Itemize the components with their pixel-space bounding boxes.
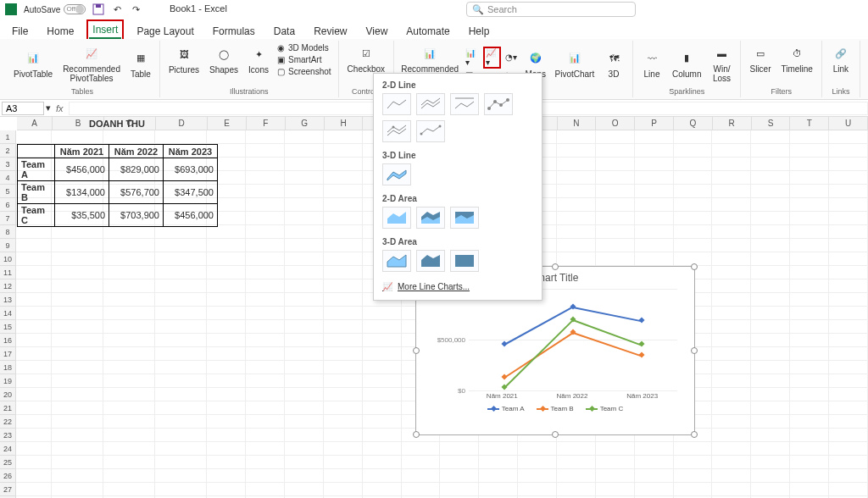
cell[interactable] bbox=[103, 320, 155, 334]
cell[interactable] bbox=[103, 252, 155, 266]
cell[interactable] bbox=[596, 130, 635, 144]
cell[interactable] bbox=[246, 198, 285, 212]
cell[interactable] bbox=[596, 158, 635, 171]
cell[interactable] bbox=[363, 388, 402, 401]
resize-handle[interactable] bbox=[691, 347, 698, 354]
cell[interactable] bbox=[155, 442, 207, 456]
cell[interactable] bbox=[16, 401, 52, 415]
cell[interactable] bbox=[751, 252, 790, 266]
cell[interactable] bbox=[324, 442, 363, 456]
cell[interactable] bbox=[557, 456, 596, 469]
cell[interactable] bbox=[246, 415, 285, 429]
cell[interactable] bbox=[103, 293, 155, 307]
cell[interactable] bbox=[285, 456, 324, 469]
cell[interactable] bbox=[557, 171, 596, 185]
cell[interactable] bbox=[155, 266, 207, 279]
cell[interactable] bbox=[285, 279, 324, 293]
cell[interactable] bbox=[52, 334, 103, 347]
cell[interactable] bbox=[324, 279, 363, 293]
cell[interactable] bbox=[712, 415, 751, 429]
cell[interactable] bbox=[829, 130, 868, 144]
cell[interactable] bbox=[829, 225, 868, 239]
cell[interactable] bbox=[751, 198, 790, 212]
cell[interactable] bbox=[16, 456, 52, 469]
table-button[interactable]: ▦Table bbox=[127, 47, 154, 80]
cell[interactable] bbox=[207, 415, 246, 429]
more-line-charts-link[interactable]: 📈 More Line Charts... bbox=[374, 279, 542, 295]
cell[interactable] bbox=[790, 374, 829, 388]
cell[interactable] bbox=[790, 320, 829, 334]
row-header[interactable]: 9 bbox=[0, 239, 16, 252]
cell[interactable] bbox=[751, 144, 790, 158]
cell[interactable] bbox=[790, 185, 829, 198]
resize-handle[interactable] bbox=[413, 431, 420, 438]
cell[interactable] bbox=[155, 361, 207, 374]
cell[interactable] bbox=[155, 279, 207, 293]
cell[interactable] bbox=[246, 225, 285, 239]
cell[interactable] bbox=[246, 374, 285, 388]
cell[interactable] bbox=[712, 212, 751, 225]
row-header[interactable]: 23 bbox=[0, 429, 16, 442]
cell[interactable] bbox=[674, 130, 713, 144]
cell[interactable] bbox=[596, 171, 635, 185]
cell[interactable] bbox=[596, 144, 635, 158]
cell[interactable] bbox=[155, 388, 207, 401]
cell[interactable] bbox=[712, 266, 751, 279]
cell[interactable] bbox=[440, 442, 479, 456]
row-header[interactable]: 7 bbox=[0, 212, 16, 225]
row-header[interactable]: 13 bbox=[0, 293, 16, 307]
row-header[interactable]: 24 bbox=[0, 442, 16, 456]
cell[interactable] bbox=[751, 374, 790, 388]
resize-handle[interactable] bbox=[691, 263, 698, 270]
column-chart-button[interactable]: 📊▾ bbox=[464, 47, 480, 68]
cell[interactable] bbox=[324, 401, 363, 415]
line-basic-icon[interactable] bbox=[382, 93, 411, 115]
timeline-button[interactable]: ⏱Timeline bbox=[778, 42, 816, 75]
cell[interactable] bbox=[324, 374, 363, 388]
cell[interactable] bbox=[246, 279, 285, 293]
cell[interactable] bbox=[557, 469, 596, 483]
cell[interactable] bbox=[103, 456, 155, 469]
cell[interactable] bbox=[246, 334, 285, 347]
row-header[interactable]: 3 bbox=[0, 158, 16, 171]
cell[interactable] bbox=[712, 144, 751, 158]
cell[interactable] bbox=[246, 483, 285, 496]
column-header[interactable]: O bbox=[596, 117, 635, 130]
cell[interactable] bbox=[751, 442, 790, 456]
cell[interactable] bbox=[712, 320, 751, 334]
tab-home[interactable]: Home bbox=[43, 24, 77, 39]
cell[interactable] bbox=[751, 415, 790, 429]
cell[interactable] bbox=[207, 279, 246, 293]
cell[interactable] bbox=[829, 279, 868, 293]
column-header[interactable]: G bbox=[286, 117, 325, 130]
cell[interactable] bbox=[751, 225, 790, 239]
cell[interactable] bbox=[363, 307, 402, 320]
cell[interactable] bbox=[52, 429, 103, 442]
cell[interactable] bbox=[635, 442, 674, 456]
cell[interactable] bbox=[596, 469, 635, 483]
cell[interactable] bbox=[52, 225, 103, 239]
screenshot-button[interactable]: ▢ Screenshot bbox=[275, 66, 333, 77]
link-button[interactable]: 🔗Link bbox=[827, 42, 854, 75]
cell[interactable] bbox=[16, 293, 52, 307]
cell[interactable] bbox=[479, 469, 518, 483]
cell[interactable] bbox=[829, 158, 868, 171]
cell[interactable] bbox=[207, 442, 246, 456]
line-stacked-markers-icon[interactable] bbox=[382, 120, 411, 142]
cell[interactable] bbox=[557, 239, 596, 252]
cell[interactable] bbox=[674, 225, 713, 239]
cell[interactable] bbox=[16, 279, 52, 293]
cell[interactable] bbox=[246, 442, 285, 456]
cell[interactable] bbox=[324, 266, 363, 279]
cell[interactable] bbox=[674, 144, 713, 158]
slicer-button[interactable]: ▭Slicer bbox=[746, 42, 774, 75]
cell[interactable] bbox=[103, 361, 155, 374]
cell[interactable] bbox=[52, 374, 103, 388]
cell[interactable] bbox=[52, 239, 103, 252]
cell[interactable] bbox=[103, 266, 155, 279]
cell[interactable] bbox=[479, 483, 518, 496]
cell[interactable] bbox=[285, 171, 324, 185]
row-header[interactable]: 5 bbox=[0, 185, 16, 198]
cell[interactable] bbox=[52, 279, 103, 293]
cell[interactable] bbox=[363, 429, 402, 442]
